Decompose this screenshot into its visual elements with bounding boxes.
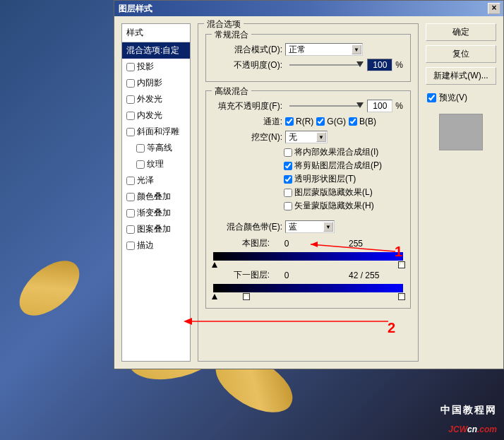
style-item-label: 图案叠加 xyxy=(137,223,171,235)
styles-header: 样式 xyxy=(122,24,190,42)
close-button[interactable]: × xyxy=(488,3,500,14)
fill-opacity-input[interactable]: 100 xyxy=(367,100,392,112)
style-effect-checkbox[interactable] xyxy=(136,160,145,169)
style-list-item[interactable]: 内阴影 xyxy=(122,75,190,91)
ok-button[interactable]: 确定 xyxy=(426,23,496,41)
style-item-label: 描边 xyxy=(137,239,154,251)
style-effect-checkbox[interactable] xyxy=(126,242,135,250)
style-list-item[interactable]: 描边 xyxy=(122,237,190,254)
style-item-label: 颜色叠加 xyxy=(137,191,171,203)
this-layer-gradient[interactable] xyxy=(213,252,403,261)
cancel-button[interactable]: 复位 xyxy=(426,45,496,63)
chevron-down-icon: ▼ xyxy=(323,222,333,232)
general-blend-group: 常规混合 混合模式(D): 正常 ▼ 不透明度(O): 100 % xyxy=(205,34,411,82)
dialog-title: 图层样式 xyxy=(117,3,488,15)
preview-checkbox[interactable]: 预览(V) xyxy=(426,89,496,107)
gradient-marker-split-a[interactable] xyxy=(244,294,249,299)
opacity-input[interactable]: 100 xyxy=(367,59,392,71)
watermark-text: 中国教程网 xyxy=(440,404,497,417)
new-style-button[interactable]: 新建样式(W)... xyxy=(426,67,496,85)
style-effect-checkbox[interactable] xyxy=(126,177,135,185)
gradient-marker-shadow[interactable] xyxy=(212,294,217,299)
style-list-item[interactable]: 投影 xyxy=(122,59,190,75)
style-list-item[interactable]: 图案叠加 xyxy=(122,221,190,237)
style-list-item[interactable]: 渐变叠加 xyxy=(122,205,190,221)
style-effect-checkbox[interactable] xyxy=(126,193,135,201)
channel-r-checkbox[interactable]: R(R) xyxy=(285,117,313,126)
channels-label: 通道: xyxy=(213,116,282,128)
style-item-label: 内发光 xyxy=(137,109,162,121)
knockout-label: 挖空(N): xyxy=(213,131,282,143)
gradient-marker-highlight[interactable] xyxy=(399,262,404,268)
advanced-option-checkbox[interactable]: 将内部效果混合成组(I) xyxy=(284,146,403,158)
gradient-marker-shadow[interactable] xyxy=(212,262,217,268)
preview-swatch xyxy=(439,114,483,150)
fill-opacity-slider[interactable] xyxy=(289,105,360,107)
style-item-label: 混合选项:自定 xyxy=(126,44,179,57)
this-layer-min: 0 xyxy=(272,239,301,249)
style-effect-checkbox[interactable] xyxy=(136,144,145,153)
this-layer-label: 本图层: xyxy=(213,237,270,249)
style-item-label: 纹理 xyxy=(147,158,164,170)
style-list-item[interactable]: 光泽 xyxy=(122,172,190,189)
opacity-label: 不透明度(O): xyxy=(213,59,282,71)
underlying-layer-gradient[interactable] xyxy=(213,284,403,292)
watermark-url: JCWcn.com xyxy=(440,417,497,436)
style-item-label: 外发光 xyxy=(137,93,162,105)
style-effect-checkbox[interactable] xyxy=(126,225,135,234)
center-panel: 混合选项 常规混合 混合模式(D): 正常 ▼ 不透明度(O): 100 xyxy=(198,23,419,362)
style-item-label: 投影 xyxy=(137,61,154,73)
underlying-split: 42 / 255 xyxy=(349,270,379,280)
blend-options-group: 混合选项 常规混合 混合模式(D): 正常 ▼ 不透明度(O): 100 xyxy=(198,23,419,362)
style-list-item[interactable]: 纹理 xyxy=(122,156,190,172)
style-effect-checkbox[interactable] xyxy=(126,95,135,104)
this-layer-max: 255 xyxy=(349,239,363,249)
advanced-blend-title: 高级混合 xyxy=(212,85,251,97)
knockout-select[interactable]: 无 ▼ xyxy=(285,131,328,143)
titlebar[interactable]: 图层样式 × xyxy=(114,1,503,16)
watermark: 中国教程网 JCWcn.com xyxy=(440,404,497,436)
advanced-option-checkbox[interactable]: 图层蒙版隐藏效果(L) xyxy=(284,186,403,198)
style-list-item[interactable]: 内发光 xyxy=(122,107,190,124)
advanced-option-checkbox[interactable]: 透明形状图层(T) xyxy=(284,173,403,185)
style-item-label: 渐变叠加 xyxy=(137,207,171,219)
style-item-label: 光泽 xyxy=(137,174,154,186)
style-item-label: 斜面和浮雕 xyxy=(137,126,179,138)
style-list-item[interactable]: 颜色叠加 xyxy=(122,189,190,205)
right-panel: 确定 复位 新建样式(W)... 预览(V) xyxy=(426,23,496,362)
advanced-option-checkbox[interactable]: 将剪贴图层混合成组(P) xyxy=(284,160,403,172)
chevron-down-icon: ▼ xyxy=(316,132,326,142)
slider-thumb[interactable] xyxy=(356,102,364,108)
blend-mode-select[interactable]: 正常 ▼ xyxy=(285,43,363,56)
opacity-unit: % xyxy=(395,60,403,70)
style-list-item[interactable]: 等高线 xyxy=(122,140,190,156)
advanced-blend-group: 高级混合 填充不透明度(F): 100 % 通道: R(R) G(G) B(B) xyxy=(205,90,411,309)
channel-g-checkbox[interactable]: G(G) xyxy=(316,117,346,126)
fill-unit: % xyxy=(395,101,403,111)
style-effect-checkbox[interactable] xyxy=(126,128,135,136)
advanced-option-checkbox[interactable]: 矢量蒙版隐藏效果(H) xyxy=(284,200,403,212)
slider-thumb[interactable] xyxy=(356,61,364,67)
underlying-layer-label: 下一图层: xyxy=(213,269,270,281)
blend-if-select[interactable]: 蓝 ▼ xyxy=(285,220,335,233)
styles-list-panel: 样式 混合选项:自定投影内阴影外发光内发光斜面和浮雕等高线纹理光泽颜色叠加渐变叠… xyxy=(121,23,191,362)
style-effect-checkbox[interactable] xyxy=(126,79,135,88)
style-effect-checkbox[interactable] xyxy=(126,112,135,120)
style-effect-checkbox[interactable] xyxy=(126,63,135,71)
leaf-decoration xyxy=(6,246,92,330)
layer-style-dialog: 图层样式 × 样式 混合选项:自定投影内阴影外发光内发光斜面和浮雕等高线纹理光泽… xyxy=(114,0,504,369)
style-list-item[interactable]: 混合选项:自定 xyxy=(122,42,190,59)
underlying-min: 0 xyxy=(272,270,301,280)
channel-b-checkbox[interactable]: B(B) xyxy=(349,117,376,126)
dialog-body: 样式 混合选项:自定投影内阴影外发光内发光斜面和浮雕等高线纹理光泽颜色叠加渐变叠… xyxy=(114,16,503,369)
blend-mode-label: 混合模式(D): xyxy=(213,44,282,56)
style-list-item[interactable]: 外发光 xyxy=(122,91,190,107)
chevron-down-icon: ▼ xyxy=(352,44,361,54)
gradient-marker-highlight[interactable] xyxy=(399,294,404,299)
style-list-item[interactable]: 斜面和浮雕 xyxy=(122,124,190,140)
blend-if-label: 混合颜色带(E): xyxy=(213,221,282,233)
general-blend-title: 常规混合 xyxy=(212,29,251,41)
style-item-label: 内阴影 xyxy=(137,77,162,89)
opacity-slider[interactable] xyxy=(289,64,360,66)
style-effect-checkbox[interactable] xyxy=(126,209,135,218)
